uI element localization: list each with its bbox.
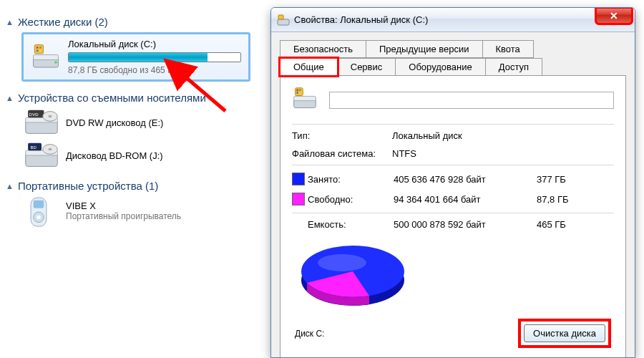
collapse-icon: ▲ bbox=[6, 18, 14, 26]
volume-name-input[interactable] bbox=[329, 92, 614, 109]
drive-name: Локальный диск (C:) bbox=[68, 39, 241, 49]
drive-free-text: 87,8 ГБ свободно из 465 ГБ bbox=[68, 65, 241, 75]
capacity-bar bbox=[68, 52, 241, 62]
section-label: Устройства со съемными носителями bbox=[18, 92, 206, 104]
tab-hardware[interactable]: Оборудование bbox=[395, 58, 485, 76]
svg-rect-3 bbox=[34, 44, 43, 53]
svg-rect-21 bbox=[34, 200, 44, 208]
free-bytes: 94 364 401 664 байт bbox=[394, 194, 537, 205]
free-swatch bbox=[292, 193, 305, 205]
svg-rect-31 bbox=[299, 90, 301, 92]
free-gb: 87,8 ГБ bbox=[537, 194, 587, 205]
filesystem-label: Файловая система: bbox=[292, 148, 392, 159]
divider bbox=[292, 124, 614, 125]
bd-drive-icon: BD bbox=[24, 141, 59, 170]
tab-row-2: Общие Сервис Оборудование Доступ bbox=[280, 57, 626, 75]
collapse-icon: ▲ bbox=[6, 94, 14, 102]
section-hard-drives[interactable]: ▲ Жесткие диски (2) bbox=[6, 16, 272, 28]
svg-text:BD: BD bbox=[31, 145, 37, 150]
svg-rect-7 bbox=[39, 49, 42, 52]
svg-point-2 bbox=[54, 61, 57, 64]
section-removable[interactable]: ▲ Устройства со съемными носителями bbox=[6, 92, 272, 104]
properties-dialog: Свойства: Локальный диск (C:) ✕ Безопасн… bbox=[270, 7, 635, 358]
svg-text:DVD: DVD bbox=[29, 112, 39, 117]
hard-drive-icon bbox=[292, 86, 318, 114]
svg-rect-32 bbox=[296, 92, 298, 94]
dialog-title: Свойства: Локальный диск (C:) bbox=[294, 14, 428, 25]
svg-rect-1 bbox=[34, 54, 59, 59]
titlebar[interactable]: Свойства: Локальный диск (C:) ✕ bbox=[271, 8, 635, 32]
close-button[interactable]: ✕ bbox=[596, 8, 632, 24]
svg-rect-4 bbox=[36, 47, 39, 49]
tab-general-page: Тип: Локальный диск Файловая система: NT… bbox=[280, 75, 626, 358]
hard-drive-icon bbox=[277, 14, 290, 26]
tab-quota[interactable]: Квота bbox=[482, 40, 534, 58]
tab-row-1: Безопасность Предыдущие версии Квота bbox=[280, 39, 626, 57]
usage-pie-chart bbox=[292, 236, 414, 314]
cleanup-highlight: Очистка диска bbox=[518, 319, 611, 348]
svg-point-36 bbox=[318, 254, 366, 271]
filesystem-value: NTFS bbox=[392, 148, 614, 159]
explorer-panel: ▲ Жесткие диски (2) Локальный диск (C:) … bbox=[0, 0, 272, 229]
dvd-drive-icon: DVD bbox=[24, 108, 59, 137]
device-label: DVD RW дисковод (E:) bbox=[66, 117, 163, 128]
capacity-gb: 465 ГБ bbox=[537, 219, 587, 230]
type-value: Локальный диск bbox=[392, 130, 614, 141]
device-label: VIBE X bbox=[66, 200, 181, 211]
capacity-bar-fill bbox=[69, 53, 208, 62]
device-sublabel: Портативный проигрыватель bbox=[66, 211, 181, 221]
collapse-icon: ▲ bbox=[6, 182, 14, 190]
device-bd-rom[interactable]: BD Дисковод BD-ROM (J:) bbox=[24, 141, 272, 170]
section-label: Портативные устройства (1) bbox=[18, 180, 158, 192]
free-label: Свободно: bbox=[308, 194, 394, 205]
svg-point-23 bbox=[36, 216, 40, 219]
used-gb: 377 ГБ bbox=[537, 174, 587, 185]
used-swatch bbox=[292, 173, 305, 185]
device-label: Дисковод BD-ROM (J:) bbox=[66, 150, 163, 161]
svg-rect-5 bbox=[39, 47, 42, 49]
tab-previous-versions[interactable]: Предыдущие версии bbox=[366, 40, 483, 58]
section-label: Жесткие диски (2) bbox=[18, 16, 108, 28]
type-label: Тип: bbox=[292, 130, 392, 141]
divider bbox=[292, 165, 614, 165]
used-bytes: 405 636 476 928 байт bbox=[394, 174, 537, 185]
svg-rect-33 bbox=[299, 92, 301, 94]
capacity-bytes: 500 000 878 592 байт bbox=[394, 219, 537, 230]
capacity-label: Емкость: bbox=[308, 219, 394, 230]
svg-rect-6 bbox=[36, 49, 39, 52]
disk-cleanup-button[interactable]: Очистка диска bbox=[524, 324, 605, 342]
used-label: Занято: bbox=[308, 174, 394, 185]
svg-rect-30 bbox=[296, 90, 298, 92]
svg-rect-25 bbox=[278, 19, 289, 25]
disk-label: Диск C: bbox=[295, 329, 324, 339]
tab-security[interactable]: Безопасность bbox=[280, 40, 366, 58]
device-dvd-rw[interactable]: DVD DVD RW дисковод (E:) bbox=[24, 108, 272, 137]
divider bbox=[292, 213, 614, 213]
svg-rect-28 bbox=[294, 96, 316, 100]
section-portable[interactable]: ▲ Портативные устройства (1) bbox=[6, 180, 272, 192]
close-icon: ✕ bbox=[610, 10, 618, 21]
tab-general[interactable]: Общие bbox=[280, 58, 338, 76]
svg-rect-26 bbox=[278, 15, 283, 19]
tab-tools[interactable]: Сервис bbox=[337, 58, 396, 76]
hard-drive-icon bbox=[31, 42, 61, 72]
mp3-player-icon bbox=[24, 196, 59, 225]
svg-point-19 bbox=[48, 148, 52, 150]
tab-sharing[interactable]: Доступ bbox=[485, 58, 542, 76]
drive-local-c[interactable]: Локальный диск (C:) 87,8 ГБ свободно из … bbox=[21, 32, 250, 82]
device-vibe-x[interactable]: VIBE X Портативный проигрыватель bbox=[24, 196, 272, 225]
svg-rect-29 bbox=[296, 88, 303, 96]
svg-point-13 bbox=[48, 115, 52, 117]
